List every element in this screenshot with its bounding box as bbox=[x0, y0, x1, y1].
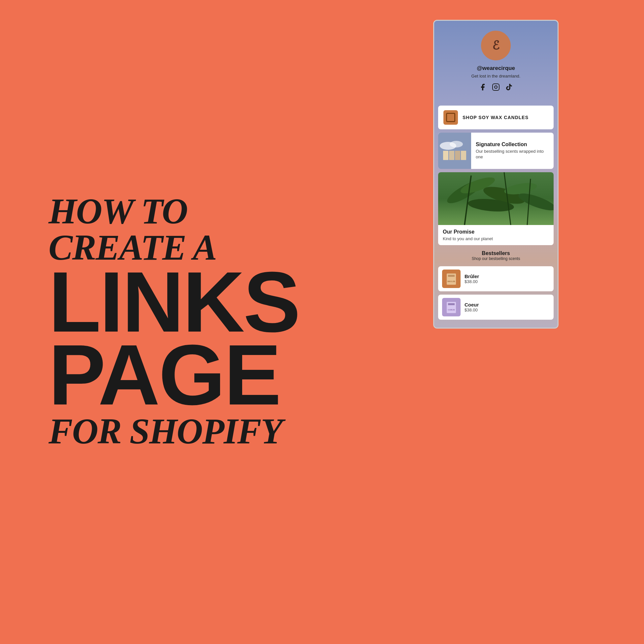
signature-collection-card[interactable]: Signature Collection Our bestselling sce… bbox=[438, 133, 554, 169]
svg-rect-25 bbox=[448, 303, 455, 305]
bruler-image: BRULER bbox=[442, 270, 461, 288]
product-bruler[interactable]: BRULER Brûler $38.00 bbox=[438, 266, 554, 291]
svg-rect-5 bbox=[443, 151, 448, 160]
instagram-icon[interactable] bbox=[492, 83, 500, 93]
profile-section: ℰ @wearecirque Get lost in the dreamland… bbox=[434, 21, 558, 101]
links-section: SHOP SOY WAX CANDLES bbox=[434, 101, 558, 328]
svg-text:BRULER: BRULER bbox=[447, 280, 455, 282]
svg-rect-8 bbox=[461, 151, 466, 160]
our-promise-card[interactable]: Our Promise Kind to you and our planet bbox=[438, 172, 554, 245]
svg-rect-21 bbox=[448, 275, 455, 277]
coeur-image: COEUR bbox=[442, 298, 461, 316]
shop-candles-button[interactable]: SHOP SOY WAX CANDLES bbox=[438, 106, 554, 129]
product-coeur[interactable]: COEUR Coeur $38.00 bbox=[438, 295, 554, 320]
coeur-info: Coeur $38.00 bbox=[465, 302, 550, 312]
bruler-name: Brûler bbox=[465, 274, 550, 279]
promise-title: Our Promise bbox=[443, 229, 549, 235]
headline-line5: FOR SHOPIFY bbox=[48, 411, 299, 451]
candle-icon bbox=[446, 113, 455, 122]
svg-rect-7 bbox=[455, 151, 460, 160]
bruler-info: Brûler $38.00 bbox=[465, 274, 550, 284]
facebook-icon[interactable] bbox=[479, 83, 487, 93]
bruler-price: $38.00 bbox=[465, 279, 550, 284]
username: @wearecirque bbox=[477, 65, 515, 72]
svg-point-4 bbox=[450, 141, 463, 147]
headline-line4: PAGE bbox=[48, 338, 299, 411]
promise-image bbox=[438, 172, 554, 225]
promise-subtitle: Kind to you and our planet bbox=[443, 236, 549, 241]
svg-text:COEUR: COEUR bbox=[448, 309, 455, 311]
bestsellers-subtitle: Shop our bestselling scents bbox=[438, 256, 554, 261]
signature-subtitle: Our bestselling scents wrapped into one bbox=[476, 149, 549, 160]
signature-content: Signature Collection Our bestselling sce… bbox=[471, 133, 554, 169]
svg-rect-2 bbox=[438, 133, 471, 169]
promise-content: Our Promise Kind to you and our planet bbox=[438, 225, 554, 245]
tiktok-icon[interactable] bbox=[505, 83, 513, 93]
coeur-name: Coeur bbox=[465, 302, 550, 307]
tagline: Get lost in the dreamland. bbox=[471, 74, 521, 79]
brand-logo: ℰ bbox=[492, 39, 499, 52]
social-icons-row bbox=[479, 83, 513, 93]
signature-title: Signature Collection bbox=[476, 142, 549, 147]
bestsellers-title: Bestsellers bbox=[438, 250, 554, 256]
headline-line1: HOW TO bbox=[48, 193, 299, 229]
svg-rect-0 bbox=[493, 84, 499, 90]
phone-mockup: ℰ @wearecirque Get lost in the dreamland… bbox=[433, 20, 559, 329]
avatar: ℰ bbox=[481, 31, 511, 60]
svg-rect-6 bbox=[449, 151, 454, 160]
bestsellers-heading: Bestsellers Shop our bestselling scents bbox=[438, 248, 554, 263]
coeur-price: $38.00 bbox=[465, 307, 550, 312]
left-panel: HOW TO CREATE A LINKS PAGE FOR SHOPIFY bbox=[0, 0, 348, 644]
shop-candles-label: SHOP SOY WAX CANDLES bbox=[463, 115, 529, 120]
candle-icon-box bbox=[443, 110, 458, 125]
right-panel: ℰ @wearecirque Get lost in the dreamland… bbox=[348, 0, 644, 644]
headline-text: HOW TO CREATE A LINKS PAGE FOR SHOPIFY bbox=[48, 193, 299, 451]
signature-image bbox=[438, 133, 471, 169]
